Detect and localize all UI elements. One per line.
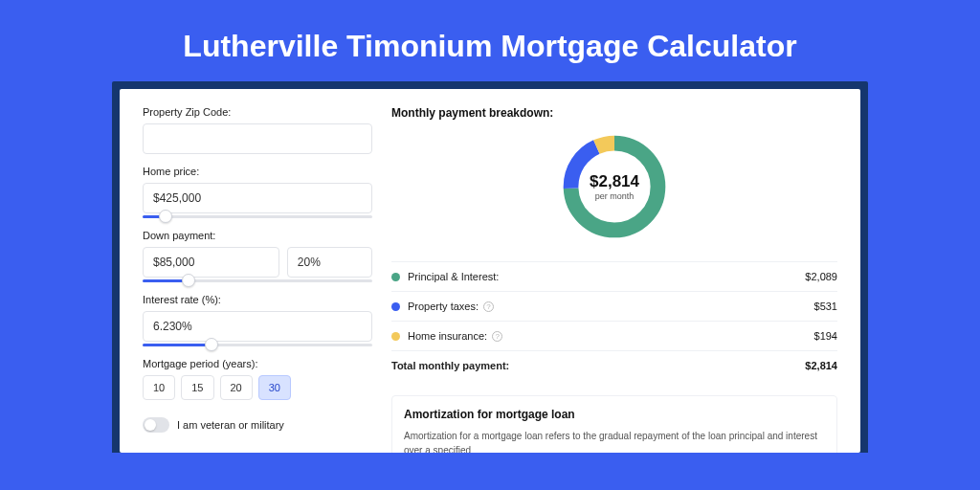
interest-rate-input[interactable]	[143, 311, 372, 342]
veteran-row: I am veteran or military	[143, 417, 372, 433]
donut-sub: per month	[595, 191, 635, 201]
home-price-input[interactable]	[143, 183, 372, 213]
results-column: Monthly payment breakdown: $2,814 per mo…	[391, 106, 837, 453]
page-title: Lutherville Timonium Mortgage Calculator	[0, 0, 980, 81]
breakdown-title: Monthly payment breakdown:	[391, 106, 837, 120]
amortization-title: Amortization for mortgage loan	[404, 408, 825, 421]
zip-label: Property Zip Code:	[143, 106, 372, 118]
breakdown-row: Home insurance:?$194	[391, 322, 837, 351]
period-option-15[interactable]: 15	[181, 375, 213, 400]
period-option-10[interactable]: 10	[143, 375, 175, 400]
amortization-text: Amortization for a mortgage loan refers …	[404, 429, 825, 453]
breakdown-value: $2,089	[805, 271, 837, 282]
calculator-outer-panel: Property Zip Code: Home price: Down paym…	[112, 81, 868, 453]
breakdown-label: Principal & Interest:	[408, 271, 499, 282]
slider-thumb[interactable]	[205, 338, 218, 351]
donut-chart-wrap: $2,814 per month	[391, 129, 837, 244]
home-price-slider[interactable]	[143, 215, 372, 218]
slider-fill	[143, 344, 212, 346]
donut-amount: $2,814	[590, 172, 639, 191]
down-payment-row	[143, 247, 372, 278]
home-price-label: Home price:	[143, 166, 372, 177]
legend-dot	[391, 273, 400, 281]
veteran-label: I am veteran or military	[177, 419, 284, 431]
down-payment-slider[interactable]	[143, 279, 372, 282]
period-label: Mortgage period (years):	[143, 358, 372, 369]
amortization-card: Amortization for mortgage loan Amortizat…	[391, 395, 837, 453]
veteran-toggle[interactable]	[143, 417, 169, 433]
zip-input[interactable]	[143, 123, 372, 154]
down-payment-percent-input[interactable]	[287, 247, 372, 278]
down-payment-input[interactable]	[143, 247, 279, 278]
breakdown-row: Principal & Interest:$2,089	[391, 262, 837, 292]
down-payment-label: Down payment:	[143, 230, 372, 241]
calculator-card: Property Zip Code: Home price: Down paym…	[120, 89, 860, 453]
interest-rate-slider[interactable]	[143, 344, 372, 346]
donut-chart: $2,814 per month	[557, 129, 672, 244]
breakdown-label: Home insurance:	[408, 330, 487, 342]
breakdown-row: Property taxes:?$531	[391, 292, 837, 322]
donut-center: $2,814 per month	[557, 129, 672, 244]
breakdown-value: $194	[814, 330, 837, 342]
period-option-20[interactable]: 20	[220, 375, 253, 400]
period-options: 10152030	[143, 375, 372, 400]
breakdown-total-label: Total monthly payment:	[391, 360, 509, 371]
breakdown-list: Principal & Interest:$2,089Property taxe…	[391, 261, 837, 380]
legend-dot	[391, 332, 400, 341]
help-icon[interactable]: ?	[483, 301, 494, 312]
inputs-column: Property Zip Code: Home price: Down paym…	[143, 106, 372, 453]
breakdown-total-value: $2,814	[805, 360, 837, 371]
slider-thumb[interactable]	[159, 210, 172, 223]
period-option-30[interactable]: 30	[258, 375, 291, 400]
breakdown-value: $531	[814, 301, 837, 312]
help-icon[interactable]: ?	[492, 331, 502, 342]
legend-dot	[391, 302, 400, 311]
breakdown-label: Property taxes:	[408, 301, 479, 312]
interest-rate-label: Interest rate (%):	[143, 294, 372, 305]
breakdown-total-row: Total monthly payment:$2,814	[391, 351, 837, 380]
slider-thumb[interactable]	[182, 274, 195, 287]
